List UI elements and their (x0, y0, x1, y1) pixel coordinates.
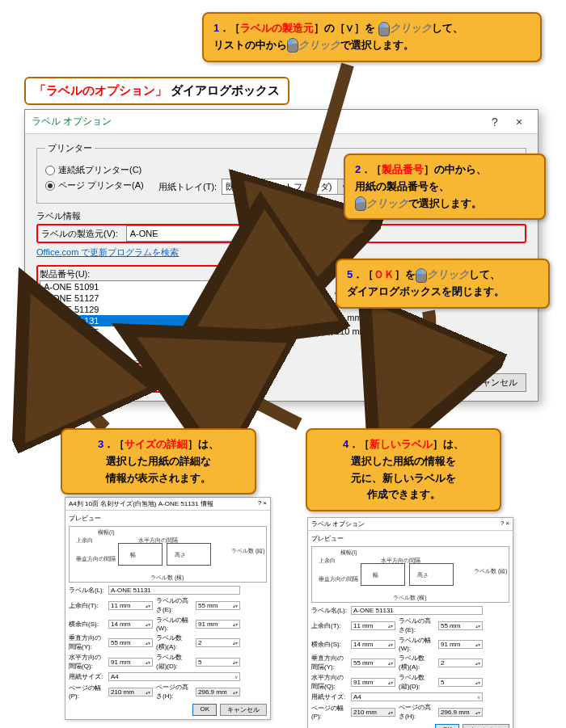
preview-grid: ラベル名(L):A-ONE 51131 上余白(T):11 mm▴▾ラベルの高さ… (69, 586, 267, 701)
list-item[interactable]: A-ONE 51127 (40, 292, 259, 304)
maker-label: ラベルの製造元(V): (38, 226, 121, 242)
ok-button[interactable]: OK (435, 724, 459, 728)
office-update-link[interactable]: Office.com で更新プログラムを検索 (36, 246, 179, 259)
size-details-button[interactable]: サイズの詳細(D)... (36, 372, 129, 393)
ok-button[interactable]: OK (192, 704, 217, 716)
printer-legend: プリンター (45, 142, 95, 154)
scrollbar[interactable] (246, 281, 259, 360)
callout-5: 5．［ＯＫ］をクリックして、 ダイアログボックスを閉じます。 (336, 259, 550, 309)
help-button[interactable]: ? (483, 116, 507, 128)
list-item[interactable]: A-ONE 51135 (40, 326, 259, 338)
mouse-icon (287, 38, 298, 53)
callout-1: 1．［ラベルの製造元］の［∨］を クリックして、 リストの中からクリックで選択し… (202, 12, 542, 62)
preview-diagram: 横幅(I) 上余白 水平方向の間隔 垂直方向の間隔 ラベル数 (縦) ラベル数 … (311, 546, 509, 603)
cancel-button[interactable]: キャンセル (220, 704, 267, 716)
list-item[interactable]: A-ONE 51137 (40, 338, 259, 349)
mouse-icon (355, 196, 366, 211)
product-label: 製品番号(U): (40, 268, 260, 280)
product-listbox[interactable]: A-ONE 51091 A-ONE 51127 A-ONE 51129 A-ON… (40, 280, 260, 361)
preview-diagram: 横幅(I) 上余白 水平方向の間隔 垂直方向の間隔 ラベル数 (縦) ラベル数 … (69, 526, 267, 583)
preview-dialog-2: ラベル オプション? × プレビュー 横幅(I) 上余白 水平方向の間隔 垂直方… (307, 517, 513, 728)
mouse-icon (416, 268, 427, 283)
help-icon[interactable]: ? (258, 499, 261, 508)
radio-icon (45, 166, 55, 175)
close-icon[interactable]: × (263, 499, 267, 508)
close-icon[interactable]: × (505, 520, 509, 528)
callout-2: 2．［製品番号］の中から、 用紙の製品番号を、 クリックで選択します。 (344, 154, 546, 220)
dialog-title: ラベル オプション (32, 115, 483, 128)
mouse-icon (378, 22, 390, 36)
dialog-titlebar: ラベル オプション ? × (25, 110, 538, 134)
tray-label: 用紙トレイ(T): (158, 181, 217, 193)
list-item[interactable]: A-ONE 51091 (40, 281, 259, 292)
callout-4: 4．［新しいラベル］は、 選択した用紙の情報を 元に、新しいラベルを 作成できま… (306, 428, 501, 511)
new-label-button[interactable]: 新しいラベル(N)... (133, 372, 226, 393)
tray-combo[interactable]: 既定値 (カセットフィーダ)∨ (222, 179, 351, 195)
radio-icon (45, 181, 55, 191)
maker-combo[interactable]: A-ONE∨ (126, 225, 296, 242)
help-icon[interactable]: ? (501, 520, 504, 528)
cancel-button[interactable]: キャンセル (464, 373, 526, 392)
cancel-button[interactable]: キャンセル (463, 724, 509, 728)
list-item[interactable]: A-ONE 51129 (40, 304, 259, 315)
callout-3: 3．［サイズの詳細］は、 選択した用紙の詳細な 情報が表示されます。 (61, 428, 256, 494)
list-item-selected[interactable]: A-ONE 51131 (40, 315, 259, 326)
ok-button[interactable]: OK (395, 374, 459, 392)
preview-grid: ラベル名(L):A-ONE 51131 上余白(T):11 mm▴▾ラベルの高さ… (311, 606, 509, 721)
close-button[interactable]: × (507, 116, 531, 128)
preview-dialog-1: A4判 10面 名刺サイズ(白無地) A-ONE 51131 情報? × プレビ… (65, 497, 271, 720)
title-box: 「ラベルのオプション」 ダイアログボックス (24, 77, 289, 105)
chevron-down-icon: ∨ (282, 226, 295, 241)
